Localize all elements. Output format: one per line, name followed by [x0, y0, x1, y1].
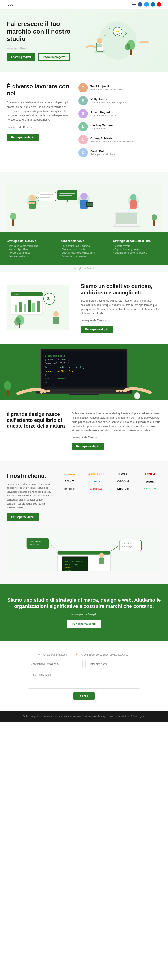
team-member-3: S Shane Reynolds Direttore della strateg… [78, 109, 161, 118]
svg-rect-7 [130, 49, 132, 55]
laptop-section: $ npm run build {"name": "studio", "vers… [0, 344, 168, 400]
email-input[interactable] [28, 660, 83, 668]
twitter-icon[interactable] [144, 2, 149, 7]
avatar-terri: T [78, 83, 88, 92]
about-learn-button[interactable]: Per saperne di più [7, 134, 39, 141]
svg-rect-18 [31, 202, 35, 204]
service-list-2: Identità verbale Esplorazione degli slog… [113, 245, 157, 254]
svg-rect-29 [59, 195, 72, 196]
member-info-lindsay: Lindsay Watson Direttore artistico [91, 124, 113, 130]
svg-point-74 [40, 391, 43, 394]
logo-crocs: crocs [85, 480, 107, 483]
contact-email: ✉ contact@yourmail.com [38, 653, 70, 656]
design-learn-button[interactable]: Per saperne di più [72, 442, 104, 450]
svg-text:✓ Build complete: ✓ Build complete [45, 377, 66, 380]
clients-description: Lorem ipsum dolor sit amet, consectetur … [7, 482, 51, 510]
logo-sony: SONY [58, 480, 81, 483]
svg-text:"version": "2.0.1",: "version": "2.0.1", [45, 362, 70, 365]
service-item: Posizionamento del marchio [60, 245, 104, 247]
service-item: Verifica del valore del marchio [7, 245, 51, 247]
facebook-icon[interactable] [138, 2, 142, 7]
hero-section: Fai crescere il tuo marchio con il nostr… [0, 9, 168, 72]
team-member-5: C Chung Schleater Responsabile della ges… [78, 135, 161, 144]
team-member-6: D David Bell Sviluppatore principale [78, 148, 161, 157]
service-title-1: Identità aziendale [60, 239, 104, 243]
collective-caption: Immagine da Freepik [81, 318, 161, 323]
collective-learn-button[interactable]: Per saperne di più [81, 326, 113, 333]
logo-amazon: amazon [58, 473, 81, 476]
svg-point-78 [119, 390, 123, 392]
svg-text:Web Design: Web Design [122, 542, 131, 544]
svg-text:var: var [45, 381, 49, 384]
message-input[interactable] [28, 671, 140, 689]
svg-point-75 [43, 390, 46, 393]
projects-button[interactable]: I nostri progetti [7, 53, 35, 61]
design-description: Quis autem vel eum iure reprehenderit qu… [72, 412, 161, 450]
member-info-david: David Bell Sviluppatore principale [91, 150, 115, 156]
svg-rect-48 [19, 302, 22, 312]
mission-caption: Immagine da Freepik [35, 612, 133, 617]
member-name-david: David Bell [91, 150, 115, 153]
start-project-button[interactable]: Avvia un progetto [38, 53, 70, 61]
svg-rect-57 [53, 317, 59, 325]
svg-text:for (let i = 0; i < n; i++) {: for (let i = 0; i < n; i++) { [45, 366, 84, 369]
avatar-chung: C [78, 135, 88, 144]
svg-rect-47 [14, 305, 17, 312]
svg-text:✦: ✦ [131, 31, 133, 33]
hero-headline: Fai crescere il tuo marchio con il nostr… [7, 20, 74, 43]
hamburger-menu[interactable] [132, 3, 136, 6]
clients-learn-button[interactable]: Per saperne di più [7, 513, 39, 521]
svg-text:Analytics: Analytics [13, 294, 21, 296]
linkedin-icon[interactable] [150, 2, 155, 7]
svg-text:Build your brand: Build your brand [29, 544, 40, 545]
design-content: Il grande design nasce dall'attento equi… [7, 412, 65, 432]
svg-rect-22 [40, 197, 50, 197]
member-role-lindsay: Direttore artistico [91, 127, 113, 130]
bottom-illustration: <div class="hero"> brand strategy design… [7, 528, 161, 572]
youtube-icon[interactable] [157, 2, 161, 7]
svg-point-83 [4, 381, 11, 390]
service-item: Applicazione del marchio [60, 255, 104, 257]
logo-binance: ◈ BINANCE [85, 473, 107, 476]
member-name-terri: Terri Stojovski [91, 85, 125, 88]
collective-content: Siamo un collettivo curioso, ambizioso e… [81, 283, 161, 333]
svg-point-9 [125, 43, 130, 50]
member-role-shane: Direttore della strategia [91, 114, 116, 117]
svg-point-79 [116, 390, 119, 392]
clients-logos: amazon ◈ BINANCE EV3A TESLA SONY crocs C… [58, 473, 161, 521]
mission-learn-button[interactable]: Per saperne di più [67, 620, 101, 628]
send-button[interactable]: SEND [74, 692, 94, 700]
member-role-david: Sviluppatore principale [91, 153, 115, 156]
svg-rect-39 [12, 219, 14, 226]
clients-section: I nostri clienti. Lorem ipsum dolor sit … [0, 461, 168, 584]
svg-text:{"name": "studio",: {"name": "studio", [45, 358, 69, 361]
member-info-kelly: Kelly Sarale Direttore risorse e messagg… [91, 98, 126, 104]
name-input[interactable] [85, 660, 140, 668]
avatar-shane: S [78, 109, 88, 118]
collective-section: Analytics $ Siamo un collettivo curioso,… [0, 272, 168, 344]
svg-point-24 [80, 192, 88, 200]
contact-section: ✉ contact@yourmail.com 📍 © 203 Street Lo… [0, 641, 168, 711]
svg-rect-95 [99, 557, 104, 564]
svg-point-77 [123, 390, 126, 393]
svg-rect-31 [87, 203, 93, 206]
svg-text:brand strategy: brand strategy [65, 563, 78, 565]
svg-point-3 [97, 38, 102, 44]
svg-text:✦: ✦ [104, 35, 106, 37]
member-info-shane: Shane Reynolds Direttore della strategia [91, 111, 116, 117]
member-name-kelly: Kelly Sarale [91, 98, 126, 101]
logo-android: android ❖ [139, 487, 161, 490]
laptop-illustration: $ npm run build {"name": "studio", "vers… [0, 344, 168, 400]
svg-text:✦: ✦ [109, 27, 111, 30]
svg-text:$: $ [47, 296, 50, 301]
service-item: Esplorazione degli slogan [113, 248, 157, 251]
service-item: Analisi del pubblico [7, 248, 51, 251]
collective-heading: Siamo un collettivo curioso, ambizioso e… [81, 283, 161, 296]
services-illustration [0, 183, 168, 232]
svg-rect-34 [130, 200, 137, 209]
svg-text:Brand Strategy: Brand Strategy [29, 540, 41, 542]
collective-illustration: Analytics $ [7, 285, 74, 331]
svg-point-94 [99, 553, 104, 558]
service-item: Guide alle icone e alle illustrazioni [60, 251, 104, 254]
footer: Sed ut perspiciatis unde omnis iste natu… [0, 711, 168, 722]
